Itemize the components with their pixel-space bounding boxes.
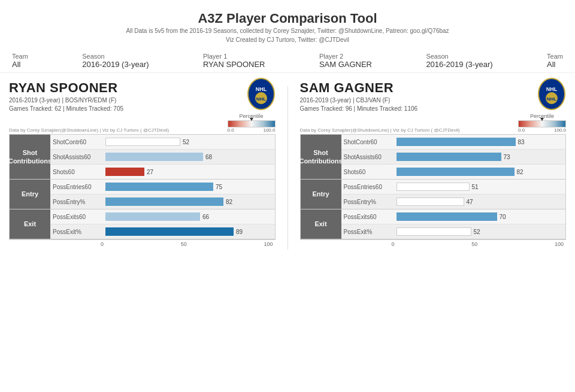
- category-2: ExitPossExits6070PossExit%52: [301, 209, 566, 239]
- control-player1[interactable]: Player 1 RYAN SPOONER: [203, 53, 265, 69]
- metric-name-1-0: PossEntries60: [344, 184, 397, 190]
- metric-name-2-1: PossExit%: [344, 229, 397, 235]
- bar-value-2-0: 66: [202, 214, 209, 220]
- bar-track-0-0: 83: [397, 136, 564, 147]
- category-0: Shot ContributionsShotContr6052ShotAssis…: [10, 135, 275, 180]
- nhl-logo-player2: NHL NHL: [537, 78, 566, 107]
- bar-fill-1-1: [105, 197, 223, 206]
- bar-value-1-1: 47: [467, 199, 473, 205]
- control-label-season2: Season: [426, 53, 492, 60]
- metric-row-2-0: PossExits6070: [341, 209, 566, 224]
- player1-panel: RYAN SPOONER 2016-2019 (3-year) | BOS/NY…: [9, 80, 276, 250]
- metric-row-1-1: PossEntry%82: [50, 195, 275, 209]
- control-value-team1: All: [12, 60, 28, 69]
- player1-name: RYAN SPOONER: [9, 80, 123, 96]
- bar-track-2-1: 52: [397, 226, 564, 237]
- bar-track-1-0: 51: [397, 181, 564, 192]
- bar-track-0-2: 27: [105, 166, 273, 177]
- bar-fill-0-2: [397, 168, 515, 176]
- category-label-1: Entry: [301, 180, 341, 209]
- player1-stats: Games Tracked: 62 | Minutes Tracked: 705: [9, 105, 123, 112]
- player2-stats: Games Tracked: 96 | Minutes Tracked: 110…: [300, 105, 418, 112]
- metric-row-1-0: PossEntries6075: [50, 180, 275, 195]
- player2-credit: Data by Corey Sznajder(@ShutdownLine) | …: [300, 127, 460, 133]
- subtitle-line1: All Data is 5v5 from the 2016-19 Seasons…: [0, 26, 575, 35]
- metric-row-1-1: PossEntry%47: [341, 195, 566, 209]
- bar-track-0-1: 73: [397, 151, 564, 162]
- metric-row-0-1: ShotAssists6073: [341, 150, 566, 165]
- bar-value-1-0: 75: [216, 184, 222, 190]
- player2-legend: Percentile 0.0 100.0: [518, 113, 566, 133]
- player2-chart: Shot ContributionsShotContr6083ShotAssis…: [300, 134, 567, 240]
- svg-text:NHL: NHL: [256, 96, 266, 102]
- metric-name-0-2: Shots60: [344, 169, 397, 175]
- subtitle-line2: Viz Created by CJ Turtoro, Twitter: @CJT…: [0, 35, 575, 44]
- bar-fill-0-0: [397, 138, 516, 146]
- metric-name-2-0: PossExits60: [53, 214, 105, 220]
- player2-name: SAM GAGNER: [300, 80, 418, 96]
- players-container: RYAN SPOONER 2016-2019 (3-year) | BOS/NY…: [0, 73, 575, 250]
- metric-row-2-0: PossExits6066: [50, 209, 275, 224]
- bar-track-0-2: 82: [397, 166, 564, 177]
- bar-value-2-1: 89: [236, 229, 243, 235]
- bar-fill-2-0: [397, 212, 497, 221]
- svg-text:NHL: NHL: [547, 96, 557, 102]
- category-label-2: Exit: [10, 209, 50, 239]
- control-label-player2: Player 2: [319, 53, 372, 60]
- player1-legend-area: Data by Corey Sznajder(@ShutdownLine) | …: [9, 113, 276, 133]
- metric-name-0-1: ShotAssists60: [53, 154, 105, 160]
- category-label-0: Shot Contributions: [10, 135, 50, 179]
- metric-name-0-0: ShotContr60: [53, 139, 105, 145]
- metric-name-0-0: ShotContr60: [344, 139, 397, 145]
- control-team1[interactable]: Team All: [12, 53, 28, 69]
- metric-row-0-0: ShotContr6052: [50, 135, 275, 150]
- bar-value-0-1: 73: [504, 154, 510, 160]
- control-label-team2: Team: [547, 53, 563, 60]
- control-team2[interactable]: Team All: [547, 53, 563, 69]
- bar-track-0-1: 68: [105, 151, 273, 162]
- player1-chart: Shot ContributionsShotContr6052ShotAssis…: [9, 134, 276, 240]
- category-1: EntryPossEntries6051PossEntry%47: [301, 180, 566, 209]
- bar-track-2-0: 66: [105, 211, 273, 222]
- bar-track-1-1: 47: [397, 196, 564, 207]
- control-season1[interactable]: Season 2016-2019 (3-year): [82, 53, 149, 69]
- control-player2[interactable]: Player 2 SAM GAGNER: [319, 53, 372, 69]
- bar-fill-1-0: [397, 183, 470, 191]
- metric-name-2-0: PossExits60: [344, 214, 397, 220]
- bar-value-2-1: 52: [474, 229, 480, 235]
- player1-season-team: 2016-2019 (3-year) | BOS/NYR/EDM (F): [9, 96, 123, 105]
- bar-fill-0-0: [105, 138, 180, 146]
- bar-value-0-2: 82: [517, 169, 523, 175]
- bar-fill-2-0: [105, 212, 200, 221]
- bar-fill-1-0: [105, 183, 213, 191]
- metric-row-0-1: ShotAssists6068: [50, 150, 275, 165]
- control-label-player1: Player 1: [203, 53, 265, 60]
- player1-header: RYAN SPOONER 2016-2019 (3-year) | BOS/NY…: [9, 80, 276, 112]
- category-2: ExitPossExits6066PossExit%89: [10, 209, 275, 239]
- control-value-player2: SAM GAGNER: [319, 60, 372, 69]
- svg-text:NHL: NHL: [546, 86, 558, 92]
- player2-panel: SAM GAGNER 2016-2019 (3-year) | CBJ/VAN …: [300, 80, 567, 250]
- bar-value-0-2: 27: [147, 169, 153, 175]
- category-1: EntryPossEntries6075PossEntry%82: [10, 180, 275, 209]
- bar-fill-0-2: [105, 168, 144, 176]
- bar-fill-2-1: [397, 227, 471, 236]
- category-label-0: Shot Contributions: [301, 135, 341, 179]
- control-value-season2: 2016-2019 (3-year): [426, 60, 492, 69]
- panel-divider: [288, 86, 288, 250]
- bar-track-2-1: 89: [105, 226, 273, 237]
- bar-track-1-0: 75: [105, 181, 273, 192]
- metric-row-0-2: Shots6027: [50, 165, 275, 179]
- bar-track-1-1: 82: [105, 196, 273, 207]
- control-season2[interactable]: Season 2016-2019 (3-year): [426, 53, 492, 69]
- bar-fill-0-1: [105, 153, 203, 161]
- player2-season-team: 2016-2019 (3-year) | CBJ/VAN (F): [300, 96, 418, 105]
- bar-value-0-0: 52: [183, 139, 189, 145]
- control-label-season1: Season: [82, 53, 149, 60]
- bar-value-0-0: 83: [518, 139, 525, 145]
- player1-legend: Percentile 0.0 100.0: [228, 113, 276, 133]
- metric-name-0-2: Shots60: [53, 169, 105, 175]
- nhl-logo-player1: NHL NHL: [247, 78, 276, 107]
- metric-row-2-1: PossExit%89: [50, 224, 275, 239]
- bar-value-1-1: 82: [226, 199, 232, 205]
